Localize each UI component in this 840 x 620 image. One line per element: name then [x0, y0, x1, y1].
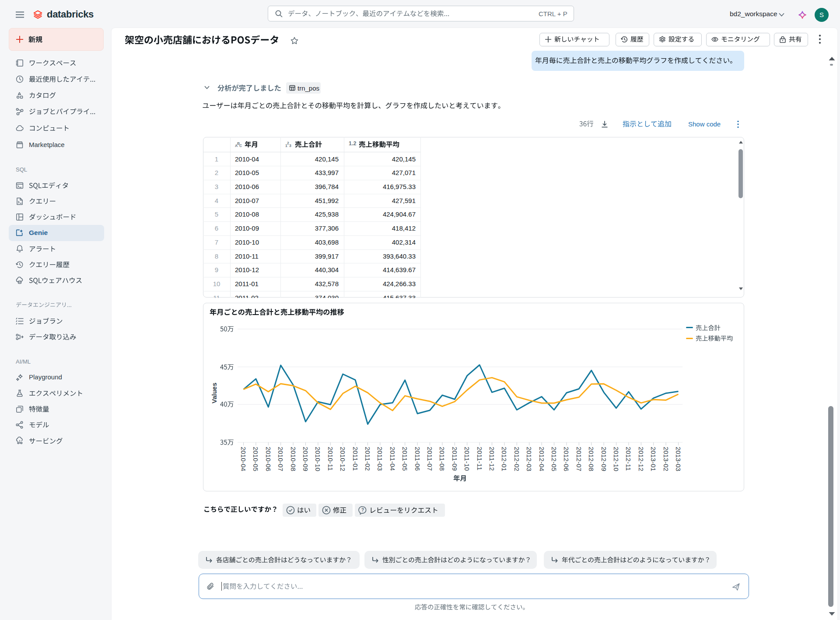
svg-text:?: ? [361, 508, 364, 512]
